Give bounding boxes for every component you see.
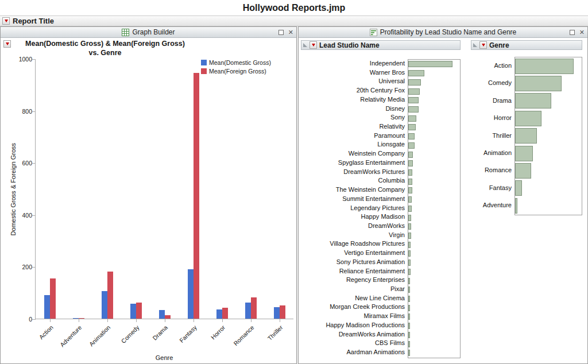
bar-20th-century-fox[interactable] (408, 88, 420, 95)
bar-row (408, 268, 460, 277)
bar-miramax-films[interactable] (408, 313, 410, 320)
studio-labels: IndependentWarner BrosUniversal20th Cent… (301, 59, 408, 358)
bar-thriller[interactable] (515, 128, 537, 144)
category-label: Action (471, 57, 514, 74)
bar-drama-foreign[interactable] (165, 315, 171, 319)
bar-virgin[interactable] (408, 233, 411, 239)
studio-red-triangle-menu[interactable] (310, 41, 317, 49)
bar-aardman-animations[interactable] (408, 350, 410, 356)
bar-row (408, 105, 460, 114)
bar-reliance-entertainment[interactable] (408, 269, 411, 275)
category-label: Relativity (301, 122, 408, 131)
bar-happy-madison-productions[interactable] (408, 323, 410, 329)
y-tick-mark (32, 215, 36, 216)
bar-universal[interactable] (408, 79, 421, 86)
bar-pixar[interactable] (408, 286, 410, 293)
bar-sony[interactable] (408, 115, 416, 122)
profitability-body: Lead Studio Name IndependentWarner BrosU… (299, 38, 587, 363)
category-label: Miramax Films (301, 312, 408, 321)
bar-horror[interactable] (515, 111, 541, 126)
bar-sony-pictures-animation[interactable] (408, 260, 411, 266)
bar-legendary-pictures[interactable] (408, 206, 412, 212)
close-icon[interactable]: ✕ (579, 29, 585, 36)
bar-dreamworks[interactable] (408, 223, 411, 230)
category-label: Relativity Media (301, 95, 408, 104)
genre-header-bar: Genre (471, 40, 582, 50)
minimize-icon[interactable] (570, 30, 575, 35)
category-label: Legendary Pictures (301, 204, 408, 213)
bar-the-weinstein-company[interactable] (408, 187, 412, 193)
bar-disney[interactable] (408, 106, 419, 113)
bar-drama-domestic[interactable] (159, 310, 165, 319)
bar-action-domestic[interactable] (44, 295, 50, 319)
bar-comedy[interactable] (515, 76, 562, 91)
bar-vertigo-entertainment[interactable] (408, 250, 411, 257)
category-label: Columbia (301, 176, 408, 185)
bar-fantasy-domestic[interactable] (188, 269, 194, 319)
category-label: Spyglass Entertainment (301, 158, 408, 168)
y-tick-label: 400 (15, 212, 32, 219)
graph-builder-titlebar: Graph Builder ✕ (1, 27, 296, 38)
y-axis-title: Domestic Gross & Foreign Gross (10, 59, 17, 319)
bar-adventure-foreign[interactable] (79, 318, 84, 319)
bar-horror-domestic[interactable] (216, 309, 222, 319)
window-title: Hollywood Reports.jmp (0, 0, 588, 16)
bar-comedy-foreign[interactable] (136, 303, 142, 319)
x-tick-label: Action (37, 324, 54, 340)
bar-animation-domestic[interactable] (102, 291, 107, 319)
collapse-icon[interactable] (303, 43, 307, 47)
bar-spyglass-entertainment[interactable] (408, 160, 413, 166)
bar-romance-domestic[interactable] (245, 303, 251, 319)
bar-new-line-cinema[interactable] (408, 296, 410, 302)
category-label: Regency Enterprises (301, 276, 408, 285)
studio-hbar-chart: IndependentWarner BrosUniversal20th Cent… (301, 59, 461, 358)
genre-red-triangle-menu[interactable] (479, 41, 487, 49)
gb-plot-area: 02004006008001000ActionAdventureAnimatio… (35, 59, 293, 319)
bar-relativity[interactable] (408, 124, 416, 130)
bar-columbia[interactable] (408, 179, 412, 185)
bar-fantasy[interactable] (515, 180, 522, 196)
bar-adventure-domestic[interactable] (73, 318, 79, 319)
bar-animation-foreign[interactable] (107, 272, 113, 319)
bar-action[interactable] (515, 59, 574, 74)
bar-row (408, 123, 460, 132)
collapse-icon[interactable] (473, 43, 477, 47)
bar-cbs-films[interactable] (408, 341, 410, 347)
bar-summit-entertainment[interactable] (408, 196, 412, 203)
bar-thriller-domestic[interactable] (274, 307, 280, 319)
bar-romance[interactable] (515, 163, 531, 179)
graph-builder-panel: Graph Builder ✕ Mean(Domestic Gross) & M… (0, 26, 297, 364)
bar-dreamworks-pictures[interactable] (408, 169, 412, 176)
bar-animation[interactable] (515, 146, 533, 161)
bar-comedy-domestic[interactable] (130, 304, 136, 319)
genre-section: Genre ActionComedyDramaHorrorThrillerAni… (471, 40, 582, 50)
bar-independent[interactable] (408, 61, 452, 67)
bar-adventure[interactable] (515, 198, 517, 214)
bar-drama[interactable] (515, 93, 551, 109)
report-title-bar: Report Title (0, 16, 588, 26)
bar-horror-foreign[interactable] (222, 308, 228, 319)
bar-happy-madison[interactable] (408, 215, 411, 221)
y-tick-label: 800 (15, 108, 32, 115)
bar-relativity-media[interactable] (408, 97, 419, 103)
bar-row (408, 60, 460, 69)
bar-lionsgate[interactable] (408, 142, 415, 149)
bar-fantasy-foreign[interactable] (194, 73, 199, 319)
bar-row (408, 222, 460, 231)
studio-header-title: Lead Studio Name (319, 41, 380, 49)
bar-paramount[interactable] (408, 133, 415, 140)
bar-warner-bros[interactable] (408, 70, 424, 76)
red-triangle-menu-icon[interactable] (2, 17, 10, 25)
bar-village-roadshow-pictures[interactable] (408, 242, 411, 248)
minimize-icon[interactable] (278, 30, 284, 35)
genre-labels: ActionComedyDramaHorrorThrillerAnimation… (471, 57, 514, 215)
bar-weinstein-company[interactable] (408, 152, 413, 158)
bar-romance-foreign[interactable] (251, 297, 257, 319)
bar-dreamworks-animation[interactable] (408, 332, 410, 338)
bar-thriller-foreign[interactable] (280, 305, 285, 319)
bar-regency-enterprises[interactable] (408, 278, 410, 284)
bar-morgan-creek-productions[interactable] (408, 305, 410, 311)
category-label: Pixar (301, 285, 408, 294)
bar-action-foreign[interactable] (50, 278, 56, 319)
close-icon[interactable]: ✕ (288, 29, 293, 36)
